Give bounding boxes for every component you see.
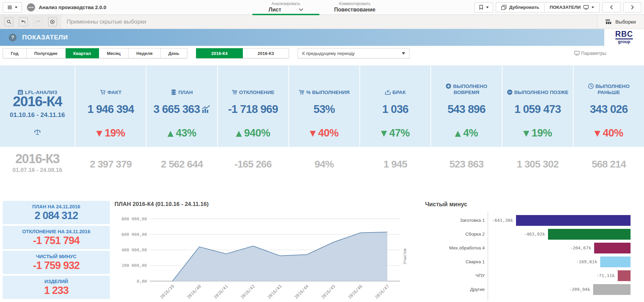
redo-icon (35, 19, 40, 24)
comment-caption: Комментировать (339, 1, 371, 6)
selections-back-button[interactable] (19, 17, 28, 26)
summary-card-3[interactable]: ЧИСТЫЙ МИНУС-1 759 932 (3, 251, 110, 274)
change-triangle-down-icon: ▼ (523, 129, 529, 138)
period-button-Год[interactable]: Год (3, 48, 27, 58)
kpi-tile-4[interactable]: % ВЫПОЛНЕНИЯ53%▼40% (289, 65, 359, 147)
parameters-sheet-icon (574, 51, 580, 56)
period-button-Квартал[interactable]: Квартал (66, 48, 99, 58)
kpi-change-value: 40% (318, 127, 339, 139)
kpi-label: ВЫПОЛНЕНО ВОВРЕМЯ (446, 83, 487, 96)
kpi-label: ВЫПОЛНЕНО ПОЗЖЕ (507, 89, 569, 96)
parameters-button[interactable]: Параметры (574, 51, 641, 56)
kpi-tile-lfl[interactable]: LFL-АНАЛИЗ2016-К401.10.16 - 24.11.16 (0, 65, 75, 147)
app-options-icon[interactable] (27, 3, 35, 12)
sheet-selector-button[interactable]: ПОКАЗАТЕЛИ (544, 3, 599, 12)
bar-category-label[interactable]: Сборка 2 (409, 232, 488, 237)
bar-category-label[interactable]: Заготовка 1 (409, 218, 488, 223)
kpi-tile-5[interactable]: БРАК1 036▼47% (360, 65, 430, 147)
summary-card-label: ЧИСТЫЙ МИНУС (3, 251, 110, 259)
analyze-value: Лист (268, 6, 281, 13)
kpi-tile-7[interactable]: ВЫПОЛНЕНО ПОЗЖЕ1 059 473▼19% (503, 65, 573, 147)
kpi-label-text: ФАКТ (107, 89, 122, 95)
tab-comment-narrate[interactable]: Комментировать Повествование (329, 0, 380, 15)
period-button-День[interactable]: День (161, 48, 188, 58)
svg-text:2016/47: 2016/47 (374, 284, 390, 300)
kpi-label-text: % ВЫПОЛНЕНИЯ (306, 89, 350, 95)
bookmarks-button[interactable] (474, 2, 493, 12)
kpi-value: 1 946 394 (75, 100, 146, 119)
area-chart-title: ПЛАН 2016-К4 (01.10.16 - 24.11.16) (115, 201, 401, 208)
bar-segment[interactable] (548, 229, 631, 240)
smart-search-button[interactable] (4, 17, 13, 26)
kpi-change-value: 19% (532, 127, 552, 139)
bar-category-label[interactable]: Сварка 1 (409, 259, 488, 264)
summary-card-2[interactable]: ОТКЛОНЕНИЕ НА 24.11.2016-1 751 794 (3, 226, 110, 249)
svg-text:2016/41: 2016/41 (213, 284, 229, 300)
bar-row-4: Сварка 1-169,81k (409, 255, 644, 269)
svg-text:2016/39: 2016/39 (159, 284, 175, 300)
caret-down-icon (486, 6, 489, 9)
period-button-Полугодие[interactable]: Полугодие (27, 48, 66, 58)
comparison-dropdown[interactable]: К предыдущему периоду (298, 48, 410, 58)
net-minus-bar-chart[interactable]: Чистый минус Участок Заготовка 1-641,38k… (401, 200, 644, 301)
summary-card-value: -1 751 794 (3, 234, 110, 247)
summary-card-1[interactable]: ПЛАН НА 24.11.20162 084 312 (3, 201, 110, 224)
period-button-Месяц[interactable]: Месяц (99, 48, 129, 58)
svg-text:400 000,00: 400 000,00 (122, 247, 147, 252)
svg-text:2016/42: 2016/42 (240, 284, 256, 300)
selections-forward-button[interactable] (34, 17, 42, 26)
svg-text:0,00: 0,00 (137, 279, 147, 284)
area-chart-canvas[interactable]: 0,00200 000,00400 000,00600 000,00800 00… (113, 208, 401, 302)
summary-card-value: -1 759 932 (3, 259, 110, 272)
search-icon (6, 19, 11, 24)
quarter-button-2016-К4[interactable]: 2016-К4 (196, 48, 243, 58)
bar-category-label[interactable]: Мех.обработка 4 (409, 245, 488, 250)
previous-sheet-button[interactable] (602, 2, 620, 12)
database-icon (171, 89, 176, 95)
summary-card-label: ПЛАН НА 24.11.2016 (3, 201, 110, 209)
bar-segment[interactable] (600, 256, 631, 267)
kpi-tile-8[interactable]: ВЫПОЛНЕНО РАНЬШЕ343 026▼40% (574, 65, 644, 147)
next-sheet-button[interactable] (623, 2, 641, 12)
clear-selections-button[interactable] (48, 17, 57, 26)
bar-segment[interactable] (516, 215, 631, 226)
kpi-tile-2[interactable]: ПЛАН3 665 363▲43% (147, 65, 217, 147)
bar-segment[interactable] (593, 284, 631, 295)
logo-rbc: RBC (615, 30, 633, 39)
app-menu-button[interactable] (3, 2, 22, 12)
kpi-tile-6[interactable]: ВЫПОЛНЕНО ВОВРЕМЯ543 896▲4% (431, 65, 502, 147)
duplicate-button[interactable]: Дублировать (496, 3, 544, 12)
bar-category-label[interactable]: Другие (409, 287, 488, 292)
kpi-tile-1[interactable]: ФАКТ1 946 394▼19% (75, 65, 146, 147)
kpi-value: 343 026 (574, 100, 644, 119)
chevron-down-icon[interactable] (299, 7, 303, 12)
hamburger-icon (7, 5, 12, 10)
tab-analyze-sheet[interactable]: Анализировать Лист (264, 0, 308, 15)
kpi-tile-3[interactable]: ОТКЛОНЕНИЕ-1 718 969▲940% (218, 65, 288, 147)
selections-tool-button[interactable]: Выборки (597, 15, 644, 29)
change-triangle-up-icon: ▲ (167, 129, 173, 138)
kpi-value-text: 1 946 394 (88, 103, 134, 116)
period-button-Неделя[interactable]: Неделя (129, 48, 161, 58)
kpi-label-text: ВЫПОЛНЕНО РАНЬШЕ (595, 83, 630, 95)
bar-segment[interactable] (618, 270, 631, 281)
summary-card-4[interactable]: ИЗДЕЛИЙ1 233 (3, 276, 110, 299)
bar-value-label: -463,02k (524, 232, 545, 237)
return-tray-icon (385, 89, 391, 95)
bar-segment[interactable] (594, 243, 631, 253)
bar-category-label[interactable]: ЧПУ (409, 273, 488, 278)
parameters-label: Параметры (581, 51, 606, 56)
plan-area-chart[interactable]: ПЛАН 2016-К4 (01.10.16 - 24.11.16) 0,002… (113, 200, 401, 302)
kpi-change-value: 47% (389, 127, 410, 139)
plus-circle-icon (446, 83, 451, 89)
bar-chart-rows: Заготовка 1-641,38kСборка 2-463,02kМех.о… (409, 211, 644, 301)
help-icon[interactable]: ? (9, 34, 17, 41)
previous-period-value: 568 214 (574, 148, 644, 191)
kpi-label: БРАК (385, 89, 406, 96)
quarter-button-2016-К3[interactable]: 2016-К3 (243, 48, 289, 58)
svg-text:600 000,00: 600 000,00 (122, 232, 147, 237)
sheet-selector-label: ПОКАЗАТЕЛИ (550, 5, 581, 10)
analyze-caption: Анализировать (271, 1, 300, 6)
bar-value-label: -71,11k (596, 273, 615, 278)
app-identity: Анализ производства 2.0.0 (27, 3, 106, 12)
